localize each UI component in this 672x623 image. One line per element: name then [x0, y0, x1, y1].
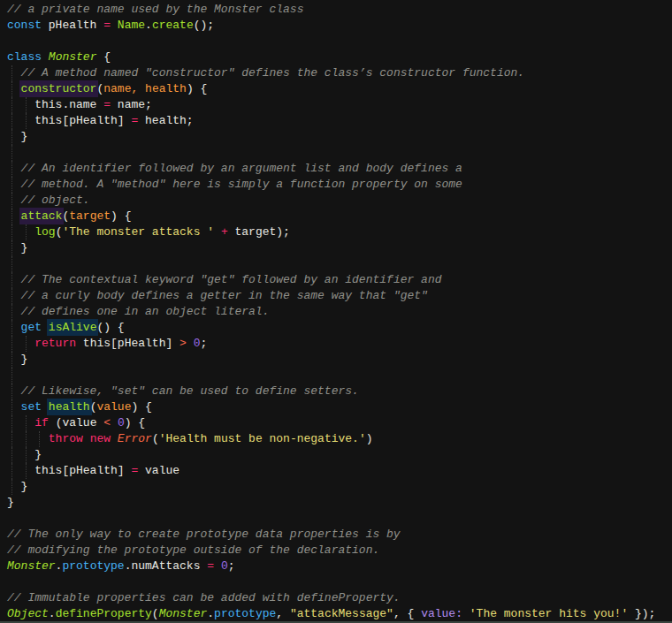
code-line: // The only way to create prototype data…	[7, 527, 672, 543]
code-token: ();	[194, 19, 214, 32]
code-token: =	[103, 19, 111, 32]
code-token: =	[207, 559, 214, 573]
code-token: )	[366, 432, 373, 445]
indent-guide	[11, 65, 12, 81]
code-line: this[pHealth] = health;	[7, 113, 672, 129]
code-line: // method. A "method" here is simply a f…	[7, 177, 672, 193]
code-token	[7, 400, 21, 414]
code-token: ) {	[125, 416, 145, 429]
indent-guide	[11, 97, 12, 113]
code-token	[138, 82, 145, 95]
indent-guide	[26, 97, 27, 113]
code-token	[111, 432, 118, 445]
indent-guide	[26, 224, 27, 240]
indent-guide	[11, 177, 12, 193]
code-token	[7, 178, 21, 191]
code-token	[7, 384, 21, 398]
code-token	[7, 273, 21, 286]
code-line: // object.	[7, 193, 672, 209]
code-token: <	[103, 416, 111, 429]
indent-guide	[11, 447, 12, 463]
indent-guide	[11, 304, 12, 320]
code-token: value	[138, 464, 179, 477]
code-line: // a curly body defines a getter in the …	[7, 288, 672, 304]
code-token: prototype	[62, 559, 124, 573]
code-line	[7, 368, 672, 384]
code-token: , {	[393, 607, 421, 620]
code-token: () {	[96, 321, 124, 334]
code-token	[7, 305, 21, 318]
code-line	[7, 256, 672, 272]
code-token: health	[145, 82, 187, 95]
code-line: // A method named "constructor" defines …	[7, 65, 672, 81]
indent-guide	[11, 320, 12, 336]
code-line: constructor(name, health) {	[7, 81, 672, 97]
code-token	[42, 400, 49, 414]
code-token: target	[69, 209, 111, 223]
code-line: if (value < 0) {	[7, 415, 672, 431]
code-editor[interactable]: // a private name used by the Monster cl…	[0, 0, 672, 623]
code-line: // An identifier followed by an argument…	[7, 161, 672, 177]
indent-guide	[11, 463, 12, 479]
code-token	[7, 432, 49, 445]
code-token	[7, 209, 21, 223]
code-token: ;	[228, 559, 235, 573]
code-token: }	[7, 130, 27, 143]
code-token	[187, 337, 194, 350]
code-token: // An identifier followed by an argument…	[21, 162, 462, 175]
code-token: 'The monster hits you!'	[470, 607, 628, 620]
code-token: ,	[276, 607, 290, 620]
code-token: .	[49, 607, 56, 620]
code-token: defineProperty	[56, 607, 152, 620]
code-token	[7, 194, 21, 207]
code-token: 0	[221, 559, 228, 573]
indent-guide	[11, 129, 12, 145]
code-line: }	[7, 495, 672, 511]
indent-guide	[11, 224, 12, 240]
code-line: Object.defineProperty(Monster.prototype,…	[7, 606, 672, 622]
code-token: new	[90, 432, 111, 445]
code-token: log	[34, 225, 55, 239]
code-token: return	[34, 337, 76, 350]
code-token: // A method named "constructor" defines …	[21, 66, 525, 80]
indent-guide	[11, 399, 12, 415]
code-line: }	[7, 240, 672, 256]
code-token: .numAttacks	[125, 559, 208, 573]
highlighted-symbol: attack	[21, 209, 63, 223]
highlighted-symbol: constructor	[21, 82, 97, 95]
code-token: class	[7, 50, 42, 64]
code-line: return this[pHealth] > 0;	[7, 336, 672, 352]
code-token	[111, 19, 118, 32]
indent-guide	[11, 240, 12, 256]
code-token	[42, 50, 49, 64]
code-token: 'Health must be non-negative.'	[159, 432, 366, 445]
code-area[interactable]: // a private name used by the Monster cl…	[0, 0, 672, 622]
code-line: log('The monster attacks ' + target);	[7, 224, 672, 240]
code-token: ;	[201, 337, 208, 350]
indent-guide	[11, 336, 12, 352]
indent-guide	[11, 352, 12, 368]
indent-guide	[11, 209, 12, 224]
code-token: value:	[421, 607, 462, 620]
indent-guide	[26, 415, 27, 431]
indent-guide	[11, 384, 12, 399]
code-line: // modifying the prototype outside of th…	[7, 543, 672, 558]
code-token: Monster	[49, 50, 97, 64]
code-token: health;	[138, 114, 193, 127]
indent-guide	[11, 81, 12, 97]
code-token: // object.	[21, 194, 90, 207]
code-token: +	[221, 225, 228, 239]
code-line: get isAlive() {	[7, 320, 672, 336]
code-token: Monster	[159, 607, 208, 620]
code-line: }	[7, 129, 672, 145]
indent-guide	[26, 447, 27, 463]
code-token: // a curly body defines a getter in the …	[21, 289, 428, 302]
code-line: const pHealth = Name.create();	[7, 18, 672, 34]
code-line: this.name = name;	[7, 97, 672, 113]
code-token: 'The monster attacks '	[62, 225, 214, 239]
code-token: Error	[118, 432, 152, 445]
indent-guide	[26, 463, 27, 479]
code-line: Monster.prototype.numAttacks = 0;	[7, 558, 672, 574]
code-token	[83, 432, 90, 445]
code-line: // defines one in an object literal.	[7, 304, 672, 320]
